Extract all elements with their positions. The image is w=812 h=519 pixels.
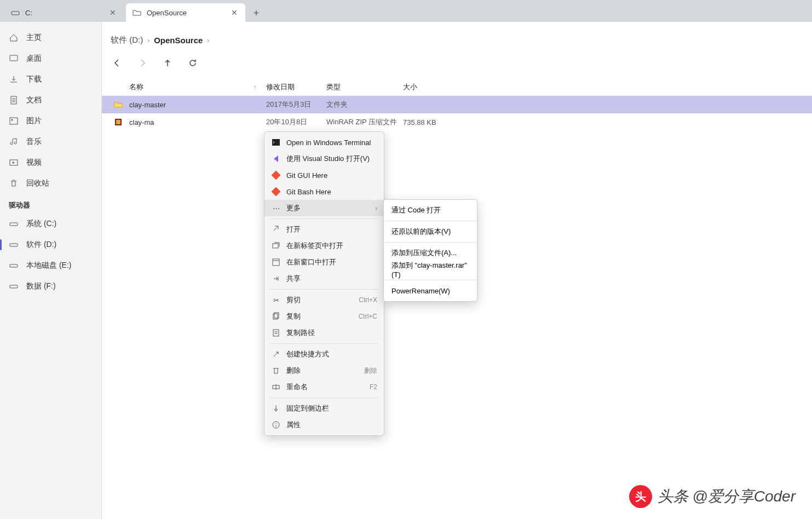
sidebar-drive-e[interactable]: 本地磁盘 (E:) <box>0 255 101 276</box>
column-headers: 名称↑ 修改日期 类型 大小 <box>102 78 812 96</box>
separator <box>270 343 378 344</box>
sidebar-item-documents[interactable]: 文档 <box>0 90 101 111</box>
open-icon <box>271 224 281 234</box>
ctx-git-gui[interactable]: Git GUI Here <box>264 167 384 183</box>
git-icon <box>271 170 281 180</box>
ctx-properties[interactable]: 属性 <box>264 417 384 433</box>
sub-open-code[interactable]: 通过 Code 打开 <box>384 202 477 218</box>
ctx-git-bash[interactable]: Git Bash Here <box>264 183 384 200</box>
separator <box>270 289 378 290</box>
sidebar-item-music[interactable]: 音乐 <box>0 131 101 152</box>
pin-icon <box>271 403 281 413</box>
sidebar-item-pictures[interactable]: 图片 <box>0 111 101 131</box>
sidebar-label: 软件 (D:) <box>26 240 56 250</box>
chevron-right-icon: › <box>207 37 209 44</box>
watermark: 头 头条 @爱分享Coder <box>629 485 796 508</box>
trash-icon <box>9 178 19 188</box>
tab-c-drive[interactable]: C: ✕ <box>4 3 124 22</box>
home-icon <box>9 33 19 43</box>
ctx-copy[interactable]: 复制Ctrl+C <box>264 308 384 325</box>
sidebar-item-videos[interactable]: 视频 <box>0 152 101 173</box>
drives-header: 驱动器 <box>0 194 101 214</box>
ctx-more[interactable]: ⋯更多› <box>264 200 384 216</box>
ctx-open[interactable]: 打开 <box>264 221 384 238</box>
sub-add-archive[interactable]: 添加到压缩文件(A)... <box>384 245 477 261</box>
sidebar-item-desktop[interactable]: 桌面 <box>0 48 101 69</box>
ctx-pin[interactable]: 固定到侧边栏 <box>264 400 384 417</box>
sidebar-label: 回收站 <box>26 178 49 188</box>
file-modified: 2017年5月3日 <box>266 100 326 109</box>
sub-powerrename[interactable]: PowerRename(W) <box>384 282 477 299</box>
up-button[interactable] <box>160 55 175 71</box>
git-icon <box>271 187 281 197</box>
tab-opensource[interactable]: OpenSource ✕ <box>126 3 245 22</box>
newwin-icon <box>271 257 281 267</box>
file-name: clay-master <box>129 101 266 109</box>
ctx-open-newtab[interactable]: 在新标签页中打开 <box>264 238 384 254</box>
separator <box>384 280 477 280</box>
sub-add-rar[interactable]: 添加到 "clay-master.rar"(T) <box>384 261 477 278</box>
sidebar-label: 下载 <box>26 74 42 84</box>
refresh-button[interactable] <box>185 55 200 71</box>
ctx-delete[interactable]: 删除删除 <box>264 362 384 379</box>
back-button[interactable] <box>110 55 125 71</box>
tab-bar: C: ✕ OpenSource ✕ + <box>0 0 812 22</box>
ctx-cut[interactable]: ✂剪切Ctrl+X <box>264 292 384 308</box>
svg-rect-11 <box>116 120 120 124</box>
sidebar: 主页 桌面 下载 文档 图片 音乐 视频 回收站 驱动器 系统 (C:) 软件 … <box>0 22 102 519</box>
svg-rect-16 <box>273 259 279 266</box>
context-menu: Open in Windows Terminal 使用 Visual Studi… <box>264 131 384 436</box>
file-row[interactable]: clay-ma 20年10月8日 WinRAR ZIP 压缩文件 735.88 … <box>102 113 812 131</box>
ctx-open-vs[interactable]: 使用 Visual Studio 打开(V) <box>264 151 384 167</box>
tab-label: C: <box>25 9 108 17</box>
sidebar-drive-f[interactable]: 数据 (F:) <box>0 276 101 297</box>
sidebar-item-downloads[interactable]: 下载 <box>0 69 101 90</box>
music-icon <box>9 137 19 147</box>
document-icon <box>9 95 19 105</box>
ctx-open-newwin[interactable]: 在新窗口中打开 <box>264 254 384 270</box>
svg-rect-6 <box>10 223 18 226</box>
ctx-share[interactable]: 共享 <box>264 270 384 287</box>
sidebar-label: 文档 <box>26 95 42 105</box>
col-type[interactable]: 类型 <box>326 82 403 92</box>
drive-icon <box>11 8 20 17</box>
new-tab-button[interactable]: + <box>247 4 265 22</box>
separator <box>270 397 378 398</box>
ctx-rename[interactable]: 重命名F2 <box>264 379 384 395</box>
col-size[interactable]: 大小 <box>403 82 458 92</box>
file-row[interactable]: clay-master 2017年5月3日 文件夹 <box>102 96 812 113</box>
ctx-shortcut[interactable]: 创建快捷方式 <box>264 346 384 362</box>
forward-button[interactable] <box>135 55 150 71</box>
drive-icon <box>9 219 19 229</box>
download-icon <box>9 74 19 84</box>
svg-point-4 <box>11 119 13 121</box>
drive-icon <box>9 281 19 291</box>
ctx-open-terminal[interactable]: Open in Windows Terminal <box>264 134 384 151</box>
sidebar-drive-c[interactable]: 系统 (C:) <box>0 214 101 234</box>
vs-icon <box>271 154 281 164</box>
breadcrumb-seg[interactable]: 软件 (D:) <box>110 34 144 47</box>
sidebar-drive-d[interactable]: 软件 (D:) <box>0 234 101 255</box>
ctx-copypath[interactable]: 复制路径 <box>264 325 384 341</box>
col-modified[interactable]: 修改日期 <box>266 82 326 92</box>
col-name[interactable]: 名称↑ <box>129 82 266 92</box>
svg-rect-3 <box>10 118 18 124</box>
tab-label: OpenSource <box>147 9 230 17</box>
svg-rect-7 <box>10 244 18 246</box>
sidebar-label: 视频 <box>26 158 42 168</box>
sidebar-item-home[interactable]: 主页 <box>0 27 101 48</box>
chevron-right-icon: › <box>375 205 377 211</box>
drive-icon <box>9 240 19 250</box>
separator <box>384 242 477 243</box>
newtab-icon <box>271 241 281 251</box>
chevron-right-icon: › <box>147 37 149 44</box>
sub-restore-version[interactable]: 还原以前的版本(V) <box>384 223 477 240</box>
breadcrumb-seg-current[interactable]: OpenSource <box>153 34 204 46</box>
sidebar-item-recycle[interactable]: 回收站 <box>0 173 101 194</box>
svg-rect-15 <box>273 244 278 248</box>
shortcut-icon <box>271 349 281 359</box>
close-icon[interactable]: ✕ <box>108 8 117 17</box>
main-pane: 软件 (D:) › OpenSource › 名称↑ 修改日期 类型 大小 cl… <box>102 22 812 519</box>
close-icon[interactable]: ✕ <box>230 8 239 17</box>
nav-toolbar <box>102 52 812 78</box>
